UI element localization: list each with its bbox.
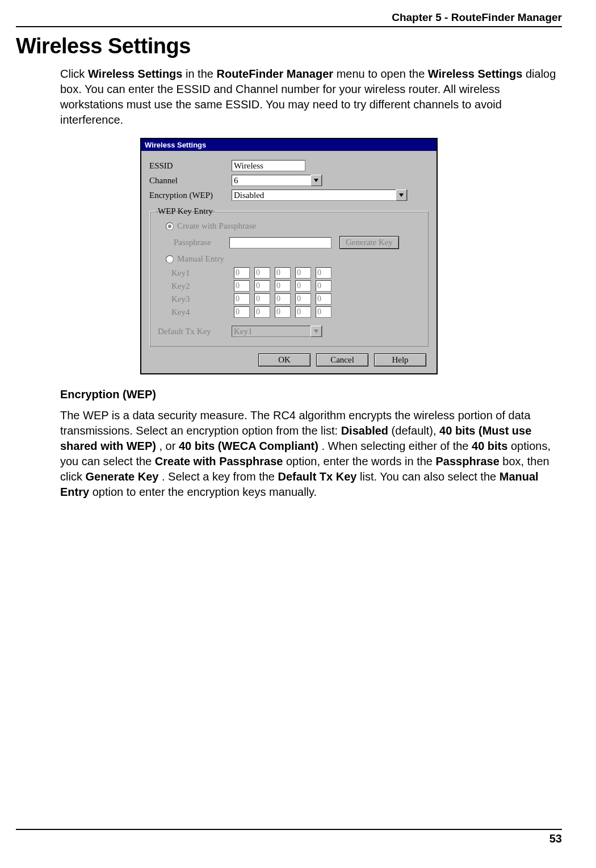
key4-cell[interactable]: 0 xyxy=(275,306,291,318)
radio-create-passphrase[interactable]: Create with Passphrase xyxy=(166,221,256,231)
text-bold: Disabled xyxy=(341,424,388,437)
radio-manual-entry[interactable]: Manual Entry xyxy=(166,254,224,264)
text-bold: 40 bits (WECA Compliant) xyxy=(179,440,318,452)
text: . Select a key from the xyxy=(162,470,278,483)
passphrase-label: Passphrase xyxy=(174,238,229,247)
text-bold: 40 bits xyxy=(472,440,507,452)
text-bold: Passphrase xyxy=(436,455,500,467)
text: menu to open the xyxy=(337,68,428,80)
key3-cell[interactable]: 0 xyxy=(234,293,250,305)
key1-cell[interactable]: 0 xyxy=(316,267,331,279)
key4-cell[interactable]: 0 xyxy=(295,306,311,318)
text: , or xyxy=(159,440,178,452)
radio-dot-icon xyxy=(166,222,174,230)
text: . When selecting either of the xyxy=(321,440,472,452)
text-bold: RouteFinder Manager xyxy=(216,68,333,80)
key2-cell[interactable]: 0 xyxy=(295,280,311,292)
key3-cell[interactable]: 0 xyxy=(275,293,291,305)
text-bold: Wireless Settings xyxy=(428,68,523,80)
default-tx-label: Default Tx Key xyxy=(156,327,232,336)
key3-cell[interactable]: 0 xyxy=(295,293,311,305)
text: Click xyxy=(60,68,88,80)
wep-key-entry-group: WEP Key Entry Create with Passphrase Pas… xyxy=(149,207,429,347)
encryption-label: Encryption (WEP) xyxy=(149,191,232,200)
key3-cell[interactable]: 0 xyxy=(254,293,270,305)
key1-cell[interactable]: 0 xyxy=(234,267,250,279)
wireless-settings-dialog: Wireless Settings ESSID Channel 6 Encryp… xyxy=(140,138,438,374)
channel-label: Channel xyxy=(149,176,232,186)
channel-value: 6 xyxy=(234,176,238,186)
help-button[interactable]: Help xyxy=(374,353,426,366)
text: in the xyxy=(186,68,216,80)
passphrase-input[interactable] xyxy=(229,237,331,248)
default-tx-value: Key1 xyxy=(234,327,253,336)
essid-input[interactable] xyxy=(232,160,305,171)
cancel-button[interactable]: Cancel xyxy=(316,353,368,366)
key4-cell[interactable]: 0 xyxy=(254,306,270,318)
text-bold: Wireless Settings xyxy=(88,68,183,80)
text-bold: Default Tx Key xyxy=(278,470,357,483)
radio-dot-icon xyxy=(166,255,174,263)
key3-label: Key3 xyxy=(156,294,234,304)
encryption-select[interactable]: Disabled xyxy=(232,189,408,201)
key1-cell[interactable]: 0 xyxy=(254,267,270,279)
key2-label: Key2 xyxy=(156,281,234,291)
key2-cell[interactable]: 0 xyxy=(275,280,291,292)
default-tx-select[interactable]: Key1 xyxy=(232,326,322,337)
dialog-titlebar: Wireless Settings xyxy=(141,139,436,151)
svg-marker-1 xyxy=(399,193,404,197)
generate-key-button[interactable]: Generate Key xyxy=(339,236,399,249)
encryption-value: Disabled xyxy=(234,191,264,200)
ok-button[interactable]: OK xyxy=(258,353,310,366)
wep-group-legend: WEP Key Entry xyxy=(156,207,215,216)
chevron-down-icon xyxy=(310,326,322,337)
key4-cell[interactable]: 0 xyxy=(316,306,331,318)
radio-label: Create with Passphrase xyxy=(177,221,256,231)
channel-select[interactable]: 6 xyxy=(232,175,322,186)
key4-label: Key4 xyxy=(156,307,234,317)
text: list. You can also select the xyxy=(360,470,500,483)
text-bold: Generate Key xyxy=(85,470,158,483)
encryption-heading: Encryption (WEP) xyxy=(60,388,562,401)
svg-marker-0 xyxy=(314,179,318,182)
page-title: Wireless Settings xyxy=(16,34,562,58)
intro-paragraph: Click Wireless Settings in the RouteFind… xyxy=(60,66,562,128)
radio-label: Manual Entry xyxy=(177,254,224,264)
encryption-paragraph: The WEP is a data security measure. The … xyxy=(60,408,562,500)
chevron-down-icon xyxy=(396,189,407,201)
chevron-down-icon xyxy=(310,175,322,186)
text: option to enter the encryption keys manu… xyxy=(93,486,317,498)
key2-cell[interactable]: 0 xyxy=(316,280,331,292)
text-bold: Create with Passphrase xyxy=(155,455,283,467)
svg-marker-2 xyxy=(314,330,318,333)
key2-cell[interactable]: 0 xyxy=(234,280,250,292)
key2-cell[interactable]: 0 xyxy=(254,280,270,292)
key3-cell[interactable]: 0 xyxy=(316,293,331,305)
key4-cell[interactable]: 0 xyxy=(234,306,250,318)
page-number: 53 xyxy=(16,829,562,845)
text: option, enter the words in the xyxy=(286,455,436,467)
key1-cell[interactable]: 0 xyxy=(275,267,291,279)
chapter-header: Chapter 5 - RouteFinder Manager xyxy=(16,11,562,27)
key1-cell[interactable]: 0 xyxy=(295,267,311,279)
text: (default), xyxy=(392,424,439,437)
essid-label: ESSID xyxy=(149,161,232,171)
key1-label: Key1 xyxy=(156,268,234,278)
